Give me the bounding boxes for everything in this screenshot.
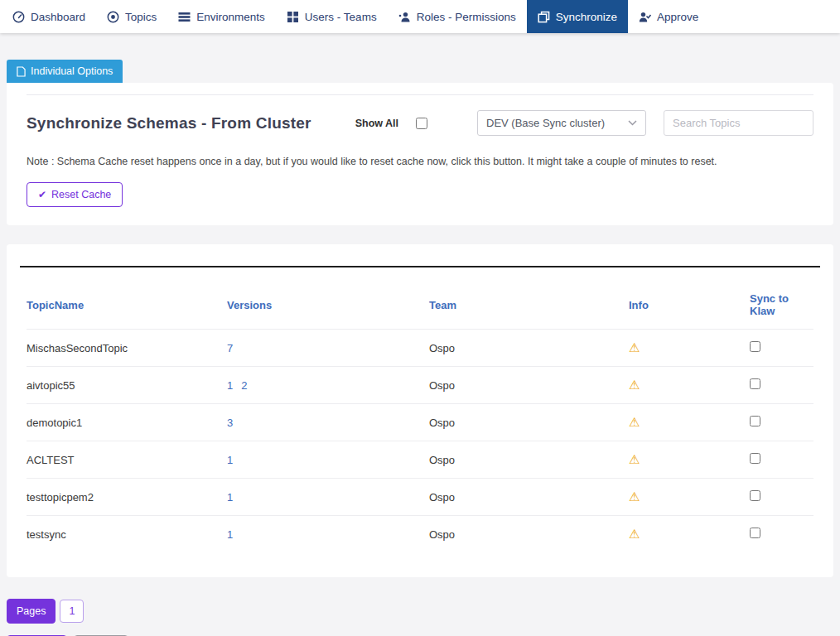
sync-to-klaw-checkbox[interactable] xyxy=(750,528,760,538)
team-name: Ospo xyxy=(429,404,629,441)
versions-cell: 7 xyxy=(227,330,429,367)
table-top-rule xyxy=(20,266,820,267)
sync-to-klaw-checkbox[interactable] xyxy=(750,341,760,352)
topic-name: aivtopic55 xyxy=(27,367,227,404)
sync-cell xyxy=(750,330,813,367)
topic-name: demotopic1 xyxy=(27,404,227,441)
nav-item-topics[interactable]: Topics xyxy=(96,0,167,33)
sync-cell xyxy=(750,516,813,553)
info-cell: ⚠ xyxy=(629,516,750,553)
tab-individual-options[interactable]: Individual Options xyxy=(7,60,123,83)
pagination: Pages 1 xyxy=(7,599,833,624)
cache-note-text: Note : Schema Cache reset happens once i… xyxy=(27,156,813,167)
nav-item-roles-permissions[interactable]: Roles - Permissions xyxy=(388,0,527,33)
version-link[interactable]: 1 xyxy=(227,491,233,504)
warning-icon[interactable]: ⚠ xyxy=(629,415,640,429)
warning-icon[interactable]: ⚠ xyxy=(629,489,640,504)
topics-table-body: MischasSecondTopic7Ospo⚠aivtopic5512Ospo… xyxy=(27,330,813,553)
nav-item-synchronize[interactable]: Synchronize xyxy=(527,0,628,33)
team-name: Ospo xyxy=(429,330,629,367)
version-link[interactable]: 3 xyxy=(227,417,233,429)
info-cell: ⚠ xyxy=(629,479,750,516)
search-topics-input[interactable] xyxy=(664,110,813,136)
nav-item-label: Environments xyxy=(196,11,265,23)
nav-item-label: Topics xyxy=(125,11,157,23)
team-name: Ospo xyxy=(429,441,629,479)
info-cell: ⚠ xyxy=(629,367,750,404)
tab-label: Individual Options xyxy=(31,65,113,77)
page-number-button[interactable]: 1 xyxy=(60,600,84,623)
nav-item-label: Roles - Permissions xyxy=(417,11,516,23)
show-all-checkbox[interactable] xyxy=(416,118,427,129)
environments-icon xyxy=(178,11,191,23)
version-link[interactable]: 1 xyxy=(227,528,233,541)
versions-cell: 12 xyxy=(227,367,429,404)
team-name: Ospo xyxy=(429,516,629,553)
table-row: MischasSecondTopic7Ospo⚠ xyxy=(27,330,813,367)
info-cell: ⚠ xyxy=(629,404,750,441)
sync-to-klaw-checkbox[interactable] xyxy=(750,416,760,426)
cluster-select-value: DEV (Base Sync cluster) xyxy=(486,117,605,129)
topic-name: MischasSecondTopic xyxy=(27,330,227,367)
info-cell: ⚠ xyxy=(629,441,750,479)
version-link[interactable]: 7 xyxy=(227,342,233,354)
column-header: Team xyxy=(429,276,629,330)
column-header: Info xyxy=(629,276,750,330)
versions-cell: 1 xyxy=(227,441,429,479)
approve-icon xyxy=(639,11,651,23)
page-content: Individual Options Synchronize Schemas -… xyxy=(0,33,840,636)
dashboard-icon xyxy=(12,11,25,23)
versions-cell: 1 xyxy=(227,479,429,516)
divider xyxy=(27,94,813,95)
column-header: Sync to Klaw xyxy=(750,276,813,330)
nav-item-label: Dashboard xyxy=(31,11,85,23)
show-all-label: Show All xyxy=(355,118,398,129)
warning-icon[interactable]: ⚠ xyxy=(629,340,640,354)
sync-schemas-panel: Synchronize Schemas - From Cluster Show … xyxy=(7,83,833,225)
nav-item-label: Approve xyxy=(657,11,698,23)
reset-cache-label: Reset Cache xyxy=(51,189,111,200)
nav-item-dashboard[interactable]: Dashboard xyxy=(2,0,96,33)
nav-item-approve[interactable]: Approve xyxy=(628,0,709,33)
table-row: aivtopic5512Ospo⚠ xyxy=(27,367,813,404)
sync-cell xyxy=(750,404,813,441)
column-header: Versions xyxy=(227,276,429,330)
version-link[interactable]: 2 xyxy=(241,379,247,392)
nav-item-environments[interactable]: Environments xyxy=(167,0,276,33)
table-row: testtopicpem21Ospo⚠ xyxy=(27,479,813,516)
top-navbar: Dashboard Topics Environments Users - Te… xyxy=(0,0,840,33)
page-title: Synchronize Schemas - From Cluster xyxy=(27,114,311,132)
reset-cache-button[interactable]: ✔ Reset Cache xyxy=(27,182,123,207)
version-link[interactable]: 1 xyxy=(227,454,233,466)
table-row: testsync1Ospo⚠ xyxy=(27,516,813,553)
topic-name: testsync xyxy=(27,516,227,553)
version-link[interactable]: 1 xyxy=(227,379,233,392)
chevron-down-icon xyxy=(628,120,637,126)
roles-permissions-icon xyxy=(398,11,411,23)
document-icon xyxy=(17,66,26,77)
sync-to-klaw-checkbox[interactable] xyxy=(750,490,760,501)
users-teams-icon xyxy=(287,11,299,23)
cluster-select[interactable]: DEV (Base Sync cluster) xyxy=(477,110,646,136)
topics-table-card: TopicNameVersionsTeamInfoSync to Klaw Mi… xyxy=(7,244,833,577)
team-name: Ospo xyxy=(429,479,629,516)
nav-item-label: Synchronize xyxy=(556,11,617,23)
warning-icon[interactable]: ⚠ xyxy=(629,378,640,392)
info-cell: ⚠ xyxy=(629,330,750,367)
warning-icon[interactable]: ⚠ xyxy=(629,452,640,466)
topics-icon xyxy=(107,11,119,23)
pages-button[interactable]: Pages xyxy=(7,599,56,624)
sync-to-klaw-checkbox[interactable] xyxy=(750,453,760,464)
topic-name: ACLTEST xyxy=(27,441,227,479)
topic-name: testtopicpem2 xyxy=(27,479,227,516)
topics-table: TopicNameVersionsTeamInfoSync to Klaw Mi… xyxy=(27,276,813,552)
sync-to-klaw-checkbox[interactable] xyxy=(750,378,760,389)
nav-item-users-teams[interactable]: Users - Teams xyxy=(276,0,388,33)
sync-cell xyxy=(750,479,813,516)
column-header: TopicName xyxy=(27,276,227,330)
table-row: ACLTEST1Ospo⚠ xyxy=(27,441,813,479)
warning-icon[interactable]: ⚠ xyxy=(629,527,640,541)
nav-item-label: Users - Teams xyxy=(305,11,377,23)
topics-table-head-row: TopicNameVersionsTeamInfoSync to Klaw xyxy=(27,276,813,330)
versions-cell: 1 xyxy=(227,516,429,553)
